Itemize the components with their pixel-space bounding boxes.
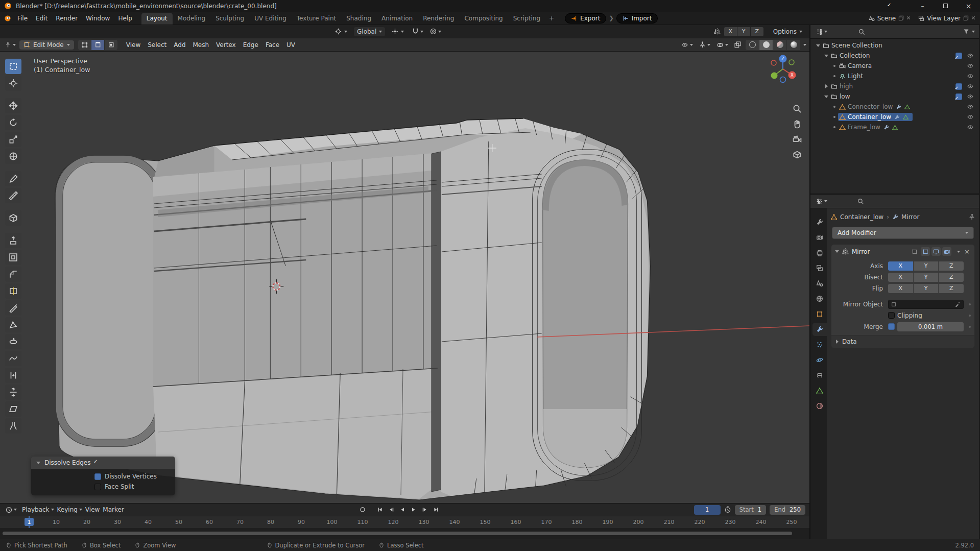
tool-edge-slide[interactable] <box>5 368 21 383</box>
close-button[interactable]: × <box>957 0 980 12</box>
new-view-layer-icon[interactable] <box>963 15 969 21</box>
properties-tab-modifiers[interactable] <box>812 323 827 336</box>
exclude-checkbox[interactable]: ✓ <box>955 93 962 100</box>
workspace-tab-modeling[interactable]: Modeling <box>173 13 211 25</box>
timeline-menu-marker[interactable]: Marker <box>101 505 125 514</box>
outliner-row-frame_low[interactable]: Frame_low <box>810 122 979 132</box>
import-button[interactable]: Import <box>616 13 658 23</box>
outliner-item[interactable]: Container_low <box>838 113 913 121</box>
pin-icon[interactable] <box>969 214 975 220</box>
tool-bevel[interactable] <box>5 267 21 282</box>
outliner-item[interactable]: Camera <box>838 62 876 70</box>
minimize-button[interactable]: – <box>911 0 934 12</box>
breadcrumb-object[interactable]: Container_low <box>840 213 883 221</box>
tool-rotate[interactable] <box>5 115 21 130</box>
auto-keying-button[interactable] <box>357 505 368 514</box>
menu-file[interactable]: File <box>13 13 32 23</box>
eye-icon[interactable] <box>967 114 974 120</box>
properties-editor-type-button[interactable] <box>815 197 829 206</box>
timeline-editor-type-button[interactable] <box>4 506 18 514</box>
expand-caret-icon[interactable] <box>823 95 830 98</box>
playhead-frame-chip[interactable]: 1 <box>25 518 34 526</box>
decorator-dot[interactable] <box>969 315 971 317</box>
navigation-gizmo[interactable]: Z X <box>767 53 799 85</box>
gizmos-dropdown[interactable] <box>698 40 712 49</box>
tool-select-box[interactable] <box>5 59 21 74</box>
eye-icon[interactable] <box>967 53 974 59</box>
face-select-button[interactable] <box>105 40 117 50</box>
shading-rendered-button[interactable] <box>787 40 800 50</box>
tool-mirror-x-button[interactable]: X <box>724 27 737 36</box>
clipping-checkbox[interactable]: ✓ <box>888 312 895 319</box>
tool-annotate[interactable] <box>5 171 21 186</box>
tool-shear[interactable] <box>5 401 21 417</box>
menu-edit[interactable]: Edit <box>32 13 52 23</box>
prev-keyframe-button[interactable] <box>386 505 396 514</box>
snap-target-dropdown[interactable] <box>389 27 407 36</box>
export-button[interactable]: Export <box>565 13 606 23</box>
operator-panel-header[interactable]: Dissolve Edges <box>31 457 175 469</box>
merge-threshold-field[interactable]: 0.001 m <box>897 322 964 331</box>
properties-tab-object[interactable] <box>812 307 827 321</box>
display-realtime-toggle[interactable] <box>931 247 941 256</box>
expand-caret-icon[interactable] <box>831 116 838 118</box>
operator-option-face-split[interactable]: ✓Face Split <box>31 482 175 492</box>
camera-view-icon[interactable] <box>793 135 802 144</box>
outliner-item[interactable]: high <box>830 82 857 90</box>
snap-toggle-button[interactable] <box>411 27 425 36</box>
maximize-button[interactable] <box>934 0 957 12</box>
operator-option-dissolve-vertices[interactable]: ✓Dissolve Vertices <box>31 471 175 482</box>
exclude-checkbox[interactable]: ✓ <box>955 53 962 59</box>
tool-mirror-z-button[interactable]: Z <box>751 27 763 36</box>
bisect-z-button[interactable]: Z <box>939 273 964 282</box>
shading-options-chevron-icon[interactable] <box>803 44 806 46</box>
shading-wireframe-button[interactable] <box>746 40 759 50</box>
expand-caret-icon[interactable] <box>831 126 838 128</box>
next-keyframe-button[interactable] <box>420 505 430 514</box>
outliner-row-scene collection[interactable]: Scene Collection <box>810 40 979 51</box>
decorator-dot[interactable] <box>969 303 971 305</box>
menu-window[interactable]: Window <box>82 13 114 23</box>
eye-icon[interactable] <box>967 83 974 89</box>
eye-icon[interactable] <box>967 104 974 110</box>
expand-caret-icon[interactable] <box>831 75 838 77</box>
modifier-name[interactable]: Mirror <box>852 248 870 255</box>
eye-icon[interactable] <box>967 73 974 79</box>
view-layer-selector[interactable]: View Layer <box>918 15 976 22</box>
viewport-menu-select[interactable]: Select <box>144 40 170 50</box>
workspace-tab-texture-paint[interactable]: Texture Paint <box>292 13 341 25</box>
horizontal-scrollbar[interactable] <box>3 532 792 535</box>
outliner-item[interactable]: Collection <box>830 52 874 60</box>
display-edit-mode-toggle[interactable] <box>921 247 930 256</box>
edge-select-button[interactable] <box>91 40 104 50</box>
eye-icon[interactable] <box>967 124 974 130</box>
decorator-dot[interactable] <box>969 326 971 328</box>
properties-tab-scene[interactable] <box>812 277 827 290</box>
tool-smooth[interactable] <box>5 351 21 366</box>
outliner-item[interactable]: low <box>830 92 854 101</box>
shading-solid-button[interactable] <box>759 40 773 50</box>
expand-caret-icon[interactable] <box>835 250 839 253</box>
properties-tab-material[interactable] <box>812 399 827 413</box>
add-modifier-button[interactable]: Add Modifier <box>832 227 974 239</box>
workspace-tab-compositing[interactable]: Compositing <box>459 13 508 25</box>
transform-orientation-dropdown[interactable]: Global <box>354 27 385 36</box>
tool-inset-faces[interactable] <box>5 250 21 265</box>
workspace-tab-shading[interactable]: Shading <box>341 13 376 25</box>
scene-selector[interactable]: Scene <box>869 15 912 22</box>
eye-icon[interactable] <box>967 93 974 100</box>
frame-start-field[interactable]: Start 1 <box>735 505 766 515</box>
viewport-menu-mesh[interactable]: Mesh <box>189 40 213 50</box>
properties-tab-render[interactable] <box>812 231 827 244</box>
expand-caret-icon[interactable] <box>831 106 838 108</box>
axis-y-button[interactable]: Y <box>914 261 939 271</box>
tool-measure[interactable] <box>5 188 21 203</box>
checkbox[interactable]: ✓ <box>94 473 101 480</box>
workspace-tab-layout[interactable]: Layout <box>141 13 173 25</box>
remove-view-layer-icon[interactable] <box>971 15 976 21</box>
tool-cursor[interactable] <box>5 76 21 91</box>
outliner-row-collection[interactable]: Collection✓ <box>810 51 979 61</box>
flip-x-button[interactable]: X <box>888 284 913 293</box>
expand-caret-icon[interactable] <box>823 55 830 57</box>
eye-icon[interactable] <box>967 63 974 69</box>
